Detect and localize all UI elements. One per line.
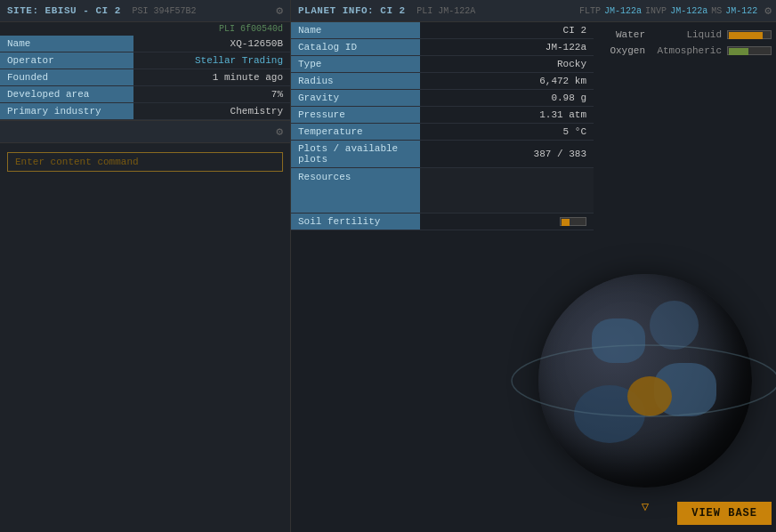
planet-info-value: 5 °C: [420, 124, 594, 140]
site-title: SITE: EBISU - CI 2 PSI 394F57B2: [7, 5, 196, 16]
planet-info-label: Radius: [291, 73, 420, 89]
planet-info-label: Plots / available plots: [291, 141, 420, 167]
site-info-row: Name XQ-12650B: [0, 36, 290, 52]
resources-content: [420, 168, 594, 213]
invp-link[interactable]: JM-122a: [670, 6, 707, 16]
planet-info-row: Name CI 2: [291, 22, 594, 39]
command-gear-icon[interactable]: ⚙: [276, 125, 283, 139]
planet-title-text: PLANET INFO: CI 2: [298, 5, 406, 16]
planet-info-label: Gravity: [291, 90, 420, 106]
resources-row: Resources: [291, 168, 594, 214]
site-info-label: Primary industry: [0, 103, 133, 119]
site-title-text: SITE: EBISU - CI 2: [7, 5, 121, 16]
site-info-row: Founded 1 minute ago: [0, 69, 290, 86]
planet-globe: [538, 274, 752, 488]
fltp-links: FLTP JM-122a INVP JM-122a MS JM-122: [579, 6, 757, 16]
view-base-button[interactable]: VIEW BASE: [677, 502, 772, 525]
planet-info-row: Catalog ID JM-122a: [291, 39, 594, 56]
planet-info-label: Temperature: [291, 124, 420, 140]
water-bar-fill: [729, 32, 763, 39]
site-info-label: Operator: [0, 52, 133, 69]
planet-info-value: 387 / 383: [420, 146, 594, 162]
soil-bar: [560, 217, 586, 226]
planet-info-label: Type: [291, 56, 420, 72]
ms-label: MS: [711, 6, 722, 16]
site-psi: PSI 394F57B2: [132, 6, 196, 16]
oxygen-label: Oxygen: [601, 45, 645, 56]
planet-info-value: 6,472 km: [420, 73, 594, 89]
right-panel: PLANET INFO: CI 2 PLI JM-122A FLTP JM-12…: [291, 0, 776, 532]
command-header: ⚙: [0, 121, 290, 143]
site-info-table: Name XQ-12650B Operator Stellar Trading …: [0, 36, 290, 120]
soil-label: Soil fertility: [291, 214, 420, 230]
site-info-value: 7%: [133, 86, 290, 102]
globe-patch-4: [627, 376, 672, 416]
invp-label: INVP: [645, 6, 667, 16]
orbit-indicator: ▽: [642, 499, 649, 514]
planet-info-row: Temperature 5 °C: [291, 124, 594, 141]
site-header: SITE: EBISU - CI 2 PSI 394F57B2 ⚙: [0, 0, 290, 22]
fltp-link[interactable]: JM-122a: [604, 6, 642, 16]
globe-patch-1: [592, 318, 645, 363]
soil-fertility-row: Soil fertility: [291, 214, 594, 230]
site-pli: PLI 6f00540d: [0, 22, 290, 36]
site-info-label: Developed area: [0, 86, 133, 102]
site-info-row: Primary industry Chemistry: [0, 103, 290, 120]
oxygen-bar-fill: [729, 48, 748, 55]
ms-link[interactable]: JM-122: [725, 6, 757, 16]
soil-bar-fill: [562, 219, 570, 226]
planet-info-label: Name: [291, 22, 420, 38]
planet-globe-area: ▽: [521, 256, 770, 505]
left-panel: SITE: EBISU - CI 2 PSI 394F57B2 ⚙ PLI 6f…: [0, 0, 291, 532]
site-info-row: Operator Stellar Trading: [0, 52, 290, 69]
planet-info-row: Gravity 0.98 g: [291, 90, 594, 107]
planet-info-value: JM-122a: [420, 39, 594, 55]
command-input[interactable]: [7, 152, 283, 172]
water-bar: [727, 30, 772, 39]
planet-info-value: CI 2: [420, 22, 594, 38]
site-info-label: Founded: [0, 69, 133, 85]
water-sublabel: Liquid: [651, 29, 722, 40]
fltp-label: FLTP: [579, 6, 601, 16]
oxygen-bar-row: Oxygen Atmospheric: [601, 45, 772, 56]
site-info-value: XQ-12650B: [133, 36, 290, 52]
water-bar-row: Water Liquid: [601, 29, 772, 40]
oxygen-sublabel: Atmospheric: [651, 45, 722, 56]
planet-gear-icon[interactable]: ⚙: [764, 4, 772, 18]
planet-info-row: Pressure 1.31 atm: [291, 107, 594, 124]
planet-info-label: Pressure: [291, 107, 420, 123]
soil-bar-area: [420, 214, 594, 229]
water-label: Water: [601, 29, 645, 40]
globe-patch-5: [650, 301, 699, 350]
planet-info-value: Rocky: [420, 56, 594, 72]
site-info-row: Developed area 7%: [0, 86, 290, 103]
oxygen-bar: [727, 46, 772, 55]
planet-pli: PLI JM-122A: [416, 6, 475, 16]
planet-info-row: Plots / available plots 387 / 383: [291, 141, 594, 168]
resources-label: Resources: [291, 168, 420, 213]
planet-info-value: 0.98 g: [420, 90, 594, 106]
planet-title-area: PLANET INFO: CI 2 PLI JM-122A: [298, 5, 475, 16]
command-panel: ⚙: [0, 121, 290, 532]
command-input-area: [0, 143, 290, 181]
planet-header: PLANET INFO: CI 2 PLI JM-122A FLTP JM-12…: [291, 0, 776, 22]
site-info-label: Name: [0, 36, 133, 52]
site-info-value: 1 minute ago: [133, 69, 290, 85]
site-info-value: Chemistry: [133, 103, 290, 119]
planet-info-row: Radius 6,472 km: [291, 73, 594, 90]
site-info-value: Stellar Trading: [133, 52, 290, 69]
site-panel: SITE: EBISU - CI 2 PSI 394F57B2 ⚙ PLI 6f…: [0, 0, 290, 121]
planet-info-row: Type Rocky: [291, 56, 594, 73]
planet-info-label: Catalog ID: [291, 39, 420, 55]
planet-info-value: 1.31 atm: [420, 107, 594, 123]
site-gear-icon[interactable]: ⚙: [276, 4, 283, 18]
